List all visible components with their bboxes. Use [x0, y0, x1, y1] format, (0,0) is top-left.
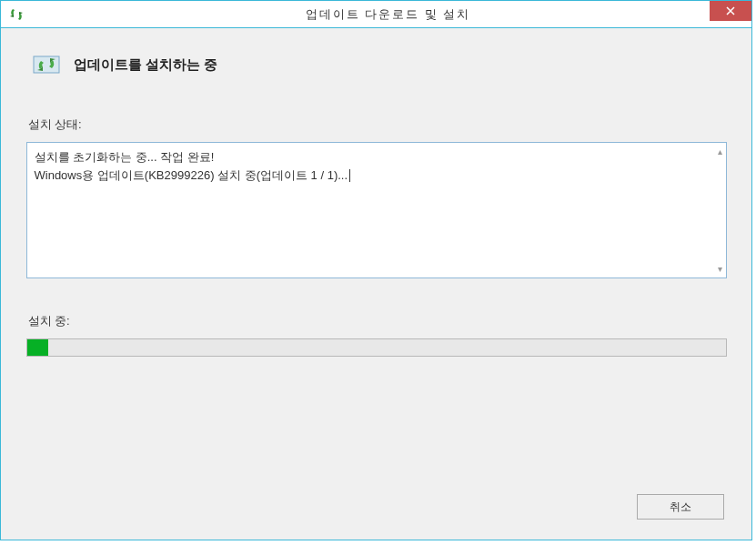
- scroll-up-icon: ▴: [718, 146, 722, 156]
- titlebar: 업데이트 다운로드 및 설치: [1, 1, 751, 28]
- svg-rect-0: [34, 56, 59, 73]
- status-line-1: 설치를 초기화하는 중... 작업 완료!: [35, 148, 719, 167]
- progress-bar: [26, 338, 727, 357]
- scroll-down-icon: ▾: [718, 264, 722, 274]
- app-icon: [8, 6, 25, 23]
- status-label: 설치 상태:: [28, 116, 727, 133]
- window-title: 업데이트 다운로드 및 설치: [25, 6, 751, 23]
- close-icon: [726, 6, 735, 15]
- header-title: 업데이트를 설치하는 중: [74, 56, 217, 74]
- status-textbox[interactable]: 설치를 초기화하는 중... 작업 완료! Windows용 업데이트(KB29…: [26, 142, 727, 278]
- update-installer-window: 업데이트 다운로드 및 설치 업데이트를 설치하는 중: [0, 0, 752, 540]
- progress-label: 설치 중:: [28, 313, 727, 329]
- button-row: 취소: [637, 494, 724, 520]
- status-line-2: Windows용 업데이트(KB2999226) 설치 중(업데이트 1 / 1…: [35, 167, 719, 185]
- main-panel: 업데이트를 설치하는 중 설치 상태: 설치를 초기화하는 중... 작업 완료…: [26, 46, 727, 540]
- close-button[interactable]: [710, 1, 751, 21]
- update-icon: [32, 54, 61, 76]
- content-area: 업데이트를 설치하는 중 설치 상태: 설치를 초기화하는 중... 작업 완료…: [1, 28, 751, 540]
- header-row: 업데이트를 설치하는 중: [26, 54, 727, 76]
- cancel-button[interactable]: 취소: [637, 494, 724, 520]
- progress-fill: [27, 339, 48, 356]
